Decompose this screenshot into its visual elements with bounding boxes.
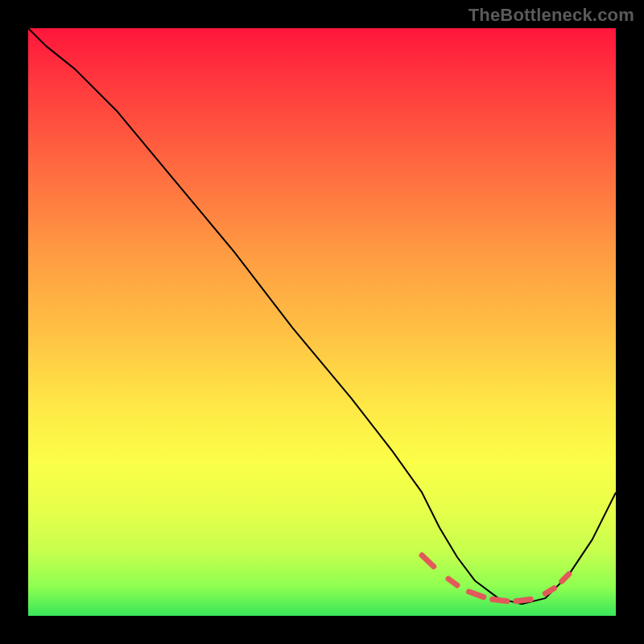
curve-line — [28, 28, 616, 604]
chart-svg — [28, 28, 616, 616]
marker-dash — [422, 555, 434, 567]
marker-dash — [516, 600, 530, 601]
watermark-text: TheBottleneck.com — [469, 5, 634, 26]
marker-dashes — [422, 555, 569, 601]
marker-dash — [545, 588, 554, 594]
marker-dash — [469, 592, 484, 597]
marker-dash — [562, 574, 569, 581]
marker-dash — [493, 600, 507, 601]
marker-dash — [448, 579, 457, 585]
